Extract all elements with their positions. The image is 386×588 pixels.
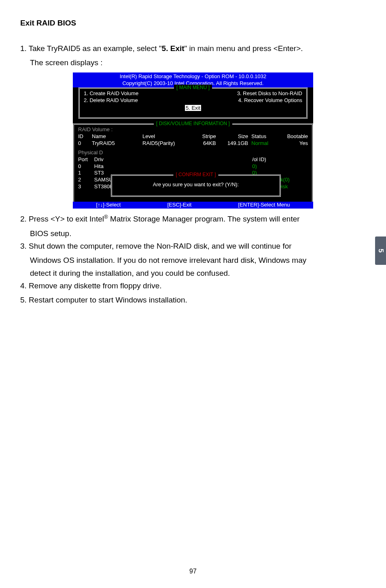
reg-symbol: ® (104, 214, 108, 220)
p1-port: 1 (78, 170, 94, 177)
confirm-label: [ CONFIRM EXIT ] (173, 172, 218, 178)
chapter-tab: 5 (375, 236, 386, 265)
bios-title-1: Intel(R) Rapid Storage Technology - Opti… (73, 73, 313, 80)
bios-screenshot: Intel(R) Rapid Storage Technology - Opti… (73, 72, 313, 209)
row-name: TryRAID5 (92, 140, 142, 147)
confirm-text: Are you sure you want to exit? (Y/N): (112, 181, 280, 188)
p0-vol: 0) (248, 163, 308, 170)
hdr-status: Status (248, 133, 280, 140)
hdr-name: Name (92, 133, 142, 140)
menu-5-exit[interactable]: 5. Exit (185, 105, 201, 111)
menu-4[interactable]: 4. Recover Volume Options (238, 97, 302, 104)
step2-b: Matrix Storage Manager program. The syst… (108, 215, 300, 223)
step-3-cont1: Windows OS installation. If you do not r… (20, 254, 366, 266)
step-2: 2. Press <Y> to exit Intel® Matrix Stora… (20, 213, 366, 226)
physical-label: Physical D (78, 149, 308, 156)
menu-2[interactable]: 2. Delete RAID Volume (84, 97, 138, 104)
chapter-tab-text: 5 (377, 249, 385, 252)
step-3: 3. Shut down the computer, remove the No… (20, 240, 366, 252)
hdr-bootable: Bootable (280, 133, 308, 140)
row-status: Normal (248, 140, 280, 147)
step1-text-c: " in main menu and press <Enter>. (185, 44, 303, 53)
p-hdr-port: Port (78, 156, 94, 163)
raid-volume-label: RAID Volume : (78, 126, 308, 133)
row-size: 149.1GB (216, 140, 248, 147)
step1-text-a: 1. Take TryRAID5 as an example, select " (20, 44, 162, 53)
row-bootable: Yes (280, 140, 308, 147)
confirm-exit-dialog[interactable]: [ CONFIRM EXIT ] Are you sure you want t… (111, 175, 281, 197)
step-4: 4. Remove any diskette from floppy drive… (20, 279, 366, 292)
p0-drive: Hita (94, 163, 159, 170)
step2-a: 2. Press <Y> to exit Intel (20, 215, 104, 223)
step-1-cont: The screen displays : (20, 56, 366, 69)
p2-port: 2 (78, 177, 94, 183)
hdr-stripe: Stripe (189, 133, 216, 140)
p0-port: 0 (78, 163, 94, 170)
step1-bold: 5. Exit (162, 44, 185, 53)
page-number: 97 (0, 568, 386, 575)
step-3-cont2: detect it during the installation, and y… (20, 267, 366, 279)
main-menu-label: [ MAIN MENU ] (174, 85, 212, 91)
menu-1[interactable]: 1. Create RAID Volume (84, 90, 138, 97)
main-menu-box: [ MAIN MENU ] 1. Create RAID Volume 3. R… (78, 87, 308, 119)
menu-3[interactable]: 3. Reset Disks to Non-RAID (237, 90, 302, 97)
row-stripe: 64KB (189, 140, 216, 147)
footer-exit: [ESC]-Exit (167, 202, 191, 209)
p3-port: 3 (78, 183, 94, 190)
bios-footer: [↑↓]-Select [ESC]-Exit [ENTER]-Select Me… (73, 202, 313, 209)
hdr-size: Size (216, 133, 248, 140)
p-hdr-drive: Driv (94, 156, 159, 163)
hdr-id: ID (78, 133, 92, 140)
step-5: 5. Restart computer to start Windows ins… (20, 294, 366, 306)
row-id: 0 (78, 140, 92, 147)
footer-enter: [ENTER]-Select Menu (238, 202, 290, 209)
p-hdr-size (211, 156, 248, 163)
step-1: 1. Take TryRAID5 as an example, select "… (20, 42, 366, 55)
step-2-cont: BIOS setup. (20, 227, 366, 240)
footer-select: [↑↓]-Select (96, 202, 121, 209)
vol-info-label: [ DISK/VOLUME INFORMATION ] (154, 121, 232, 127)
p-hdr-volid: /ol ID) (248, 156, 308, 163)
row-level: RAID5(Parity) (142, 140, 189, 147)
hdr-level: Level (142, 133, 189, 140)
p-hdr-serial (159, 156, 212, 163)
section-heading: Exit RAID BIOS (20, 19, 366, 28)
